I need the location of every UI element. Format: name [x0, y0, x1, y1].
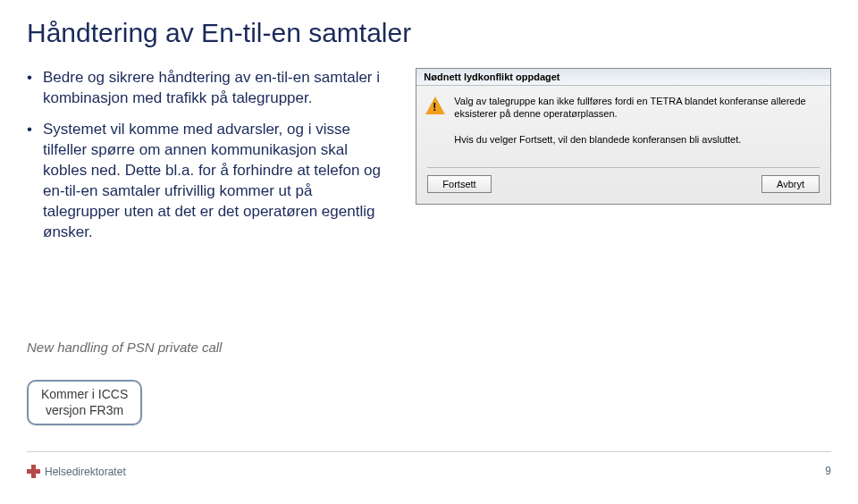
dialog-line2: Hvis du velger Fortsett, vil den blanded… — [454, 133, 820, 146]
bullet-item: Systemet vil komme med advarsler, og i v… — [43, 120, 389, 243]
bullet-item: Bedre og sikrere håndtering av en-til-en… — [43, 68, 389, 109]
footer-divider — [27, 451, 831, 452]
footnote: New handling of PSN private call — [27, 340, 222, 355]
version-tag-line2: versjon FR3m — [41, 403, 128, 419]
dialog-text: Valg av talegruppe kan ikke fullføres fo… — [454, 95, 820, 158]
version-tag-line1: Kommer i ICCS — [41, 387, 128, 403]
dialog-title: Nødnett lydkonflikt oppdaget — [416, 69, 830, 86]
logo-text: Helsedirektoratet — [45, 466, 126, 478]
logo-icon — [27, 465, 40, 478]
footer-logo: Helsedirektoratet — [27, 465, 126, 478]
warning-icon — [425, 97, 445, 114]
warning-dialog: Nødnett lydkonflikt oppdaget Valg av tal… — [416, 68, 831, 205]
cancel-button[interactable]: Avbryt — [761, 175, 820, 193]
slide-title: Håndtering av En-til-en samtaler — [27, 18, 831, 48]
bullet-list: Bedre og sikrere håndtering av en-til-en… — [27, 68, 389, 243]
page-number: 9 — [825, 465, 831, 477]
continue-button[interactable]: Fortsett — [427, 175, 491, 193]
dialog-line1: Valg av talegruppe kan ikke fullføres fo… — [454, 95, 820, 121]
version-tag: Kommer i ICCS versjon FR3m — [27, 380, 142, 425]
